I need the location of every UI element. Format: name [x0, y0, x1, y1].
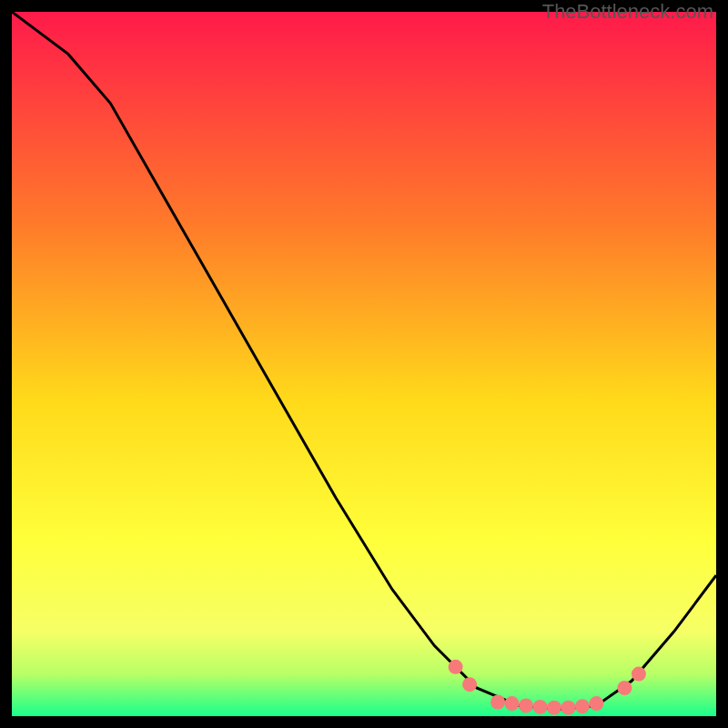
data-dot	[632, 667, 646, 682]
data-dot	[575, 699, 590, 713]
data-dot	[617, 681, 632, 695]
data-dot	[589, 696, 603, 711]
data-dot	[462, 677, 477, 692]
data-dot	[449, 660, 463, 674]
watermark-text: TheBottleneck.com	[542, 0, 713, 24]
data-dot	[519, 698, 533, 713]
data-dot	[561, 701, 576, 715]
data-dot	[505, 696, 520, 711]
data-dot	[547, 701, 561, 715]
data-dot	[490, 695, 505, 710]
data-dot	[533, 700, 548, 714]
bottleneck-chart	[12, 12, 716, 716]
